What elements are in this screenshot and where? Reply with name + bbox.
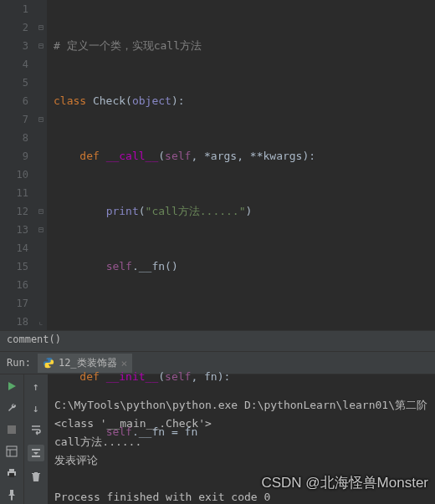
line-number: 3 — [0, 37, 28, 55]
fold-marker[interactable]: ⊟ — [35, 221, 47, 239]
code-magic: __call__ — [106, 150, 159, 162]
arrow-down-icon[interactable]: ↓ — [29, 401, 43, 415]
line-number: 2 — [0, 18, 28, 37]
fold-marker[interactable]: ⊟ — [35, 110, 47, 129]
trash-icon[interactable] — [29, 470, 43, 483]
code-text: .__fn = fn — [132, 425, 197, 438]
arrow-up-icon[interactable]: ↑ — [29, 379, 43, 393]
code-magic: __init__ — [106, 370, 159, 383]
line-number: 4 — [0, 55, 28, 74]
print-icon[interactable] — [5, 466, 18, 480]
run-icon[interactable] — [5, 379, 18, 393]
line-number-gutter: 1 2 3 4 5 6 7 8 9 10 11 12 13 14 15 16 1… — [0, 0, 35, 330]
layout-icon[interactable] — [5, 445, 18, 458]
fold-marker[interactable] — [35, 294, 47, 313]
code-editor[interactable]: # 定义一个类，实现call方法 class Check(object): de… — [47, 0, 435, 330]
scroll-to-end-icon[interactable] — [28, 445, 44, 461]
fold-marker[interactable] — [35, 239, 47, 257]
code-class: Check — [93, 94, 125, 107]
fold-marker[interactable] — [35, 257, 47, 276]
fold-marker[interactable] — [35, 165, 47, 184]
code-punct: ( — [139, 205, 146, 217]
fold-marker[interactable]: ⊟ — [35, 202, 47, 221]
code-keyword: class — [54, 94, 93, 107]
fold-marker[interactable] — [35, 92, 47, 110]
svg-rect-1 — [7, 446, 17, 456]
code-punct: , *args, **kwargs): — [191, 150, 315, 162]
svg-rect-5 — [9, 473, 14, 477]
fold-marker[interactable]: ⊟ — [35, 18, 47, 37]
fold-marker[interactable]: ⊟ — [35, 37, 47, 55]
code-punct: ) — [246, 205, 253, 217]
code-self: self — [165, 370, 191, 383]
fold-marker[interactable] — [35, 276, 47, 294]
line-number: 11 — [0, 184, 28, 202]
editor-area: 1 2 3 4 5 6 7 8 9 10 11 12 13 14 15 16 1… — [0, 0, 435, 330]
code-self: self — [106, 260, 132, 272]
code-punct: , fn): — [191, 370, 230, 383]
fold-marker[interactable] — [35, 184, 47, 202]
code-punct: ): — [171, 94, 185, 107]
fold-marker[interactable] — [35, 147, 47, 165]
fold-marker[interactable]: ⌞ — [35, 313, 47, 331]
line-number: 14 — [0, 239, 28, 257]
line-number: 18 — [0, 313, 28, 331]
code-string: "call方法......" — [146, 205, 246, 217]
line-number: 1 — [0, 0, 28, 18]
code-keyword: def — [79, 150, 105, 162]
code-punct: ( — [125, 94, 132, 107]
python-icon — [43, 357, 54, 369]
line-number: 9 — [0, 147, 28, 165]
code-punct: ( — [158, 370, 165, 383]
wrench-icon[interactable] — [5, 401, 18, 415]
code-comment: # 定义一个类，实现call方法 — [54, 39, 202, 52]
code-self: self — [106, 425, 132, 438]
line-number: 17 — [0, 294, 28, 313]
line-number: 8 — [0, 129, 28, 147]
line-number: 7 — [0, 110, 28, 129]
code-builtin: object — [132, 94, 171, 107]
line-number: 12 — [0, 202, 28, 221]
line-number: 6 — [0, 92, 28, 110]
svg-rect-0 — [8, 425, 16, 434]
fold-marker[interactable] — [35, 0, 47, 18]
code-punct: ( — [158, 150, 165, 162]
fold-marker[interactable] — [35, 74, 47, 92]
code-builtin: print — [106, 205, 139, 217]
run-label: Run: — [0, 357, 38, 369]
fold-marker[interactable] — [35, 129, 47, 147]
stop-icon[interactable] — [5, 423, 18, 436]
svg-rect-6 — [9, 469, 14, 471]
line-number: 15 — [0, 257, 28, 276]
pin-icon[interactable] — [5, 488, 18, 501]
line-number: 5 — [0, 74, 28, 92]
line-number: 10 — [0, 165, 28, 184]
fold-marker[interactable] — [35, 55, 47, 74]
code-keyword: def — [79, 370, 105, 383]
run-tool-column-right: ↑ ↓ — [23, 374, 48, 504]
line-number: 13 — [0, 221, 28, 239]
soft-wrap-icon[interactable] — [29, 423, 43, 436]
code-text: .__fn() — [132, 260, 178, 272]
code-self: self — [165, 150, 191, 162]
fold-column: ⊟ ⊟ ⊟ ⊟ ⊟ ⌞ — [35, 0, 47, 330]
run-tool-column-left — [0, 374, 23, 504]
line-number: 16 — [0, 276, 28, 294]
